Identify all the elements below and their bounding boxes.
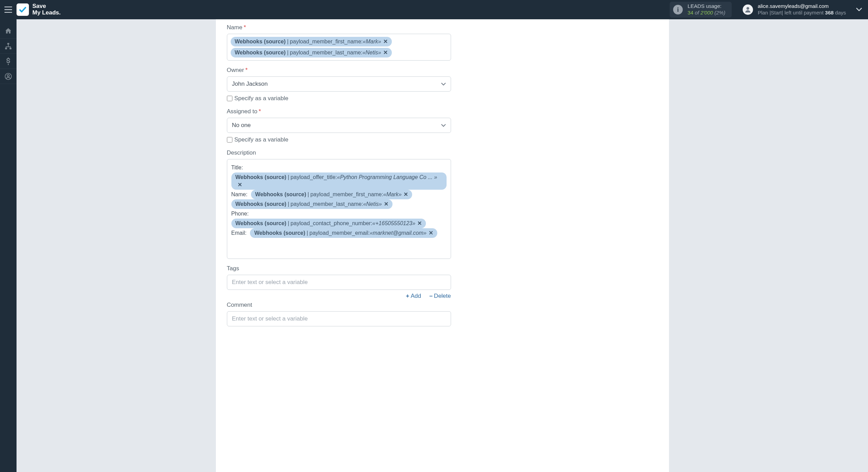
chevron-down-icon: [441, 81, 446, 87]
assigned-variable-label: Specify as a variable: [234, 136, 289, 143]
assigned-variable-toggle[interactable]: Specify as a variable: [227, 136, 430, 143]
description-line: Name: Webhooks (source) | payload_member…: [231, 190, 447, 209]
owner-variable-label: Specify as a variable: [234, 95, 289, 102]
assigned-variable-checkbox[interactable]: [227, 137, 232, 143]
chip-remove-icon[interactable]: ✕: [384, 200, 388, 208]
variable-chip[interactable]: Webhooks (source) | payload_contact_phon…: [231, 219, 426, 228]
tags-delete-link[interactable]: –Delete: [429, 293, 451, 300]
brand-line1: Save: [32, 3, 46, 9]
usage-box[interactable]: i LEADS usage: 34 of 2'000 (2%): [670, 2, 732, 18]
tags-actions: +Add –Delete: [227, 293, 451, 300]
assigned-select[interactable]: No one: [227, 118, 451, 133]
svg-rect-3: [10, 48, 11, 49]
owner-select[interactable]: John Jackson: [227, 76, 451, 92]
usage-total: 2'000: [701, 10, 713, 15]
description-line: Phone: Webhooks (source) | payload_conta…: [231, 209, 447, 228]
description-line: Title: Webhooks (source) | payload_offer…: [231, 163, 447, 190]
comment-input-wrap[interactable]: [227, 311, 451, 326]
plus-icon: +: [406, 293, 409, 300]
usage-title: LEADS usage:: [688, 3, 725, 10]
topbar: Save My Leads. i LEADS usage: 34 of 2'00…: [0, 0, 868, 19]
variable-chip[interactable]: Webhooks (source) | payload_member_last_…: [231, 48, 392, 57]
description-input[interactable]: Title: Webhooks (source) | payload_offer…: [227, 159, 451, 259]
owner-value: John Jackson: [232, 81, 268, 87]
variable-chip[interactable]: Webhooks (source) | payload_member_email…: [250, 228, 437, 238]
tags-add-link[interactable]: +Add: [406, 293, 421, 300]
hamburger-menu[interactable]: [0, 0, 17, 19]
field-description: Description Title: Webhooks (source) | p…: [227, 149, 430, 259]
chip-remove-icon[interactable]: ✕: [404, 191, 408, 198]
svg-rect-2: [5, 48, 7, 49]
usage-pct: (2%): [714, 10, 725, 15]
account-block[interactable]: alice.savemyleads@gmail.com Plan |Start|…: [743, 3, 846, 16]
chevron-down-icon: [856, 8, 862, 12]
description-line-prefix: Email:: [231, 230, 247, 236]
description-line-prefix: Phone:: [231, 211, 249, 217]
label-owner: Owner*: [227, 67, 430, 74]
dollar-icon: [6, 57, 11, 65]
form-sheet: Name* Webhooks (source) | payload_member…: [216, 19, 669, 472]
variable-chip[interactable]: Webhooks (source) | payload_member_last_…: [231, 199, 393, 209]
tags-input-wrap[interactable]: [227, 275, 451, 290]
required-icon: *: [259, 108, 261, 115]
variable-chip[interactable]: Webhooks (source) | payload_member_first…: [251, 190, 412, 199]
description-line-prefix: Name:: [231, 191, 248, 197]
field-name: Name* Webhooks (source) | payload_member…: [227, 24, 430, 61]
chevron-down-icon: [441, 122, 446, 129]
account-plan: Plan |Start| left until payment 368 days: [758, 10, 846, 16]
nav-billing[interactable]: [0, 54, 17, 69]
sitemap-icon: [4, 42, 12, 50]
field-assigned: Assigned to* No one Specify as a variabl…: [227, 108, 430, 143]
label-name: Name*: [227, 24, 430, 31]
label-tags: Tags: [227, 265, 430, 272]
chip-remove-icon[interactable]: ✕: [383, 38, 388, 45]
hamburger-icon: [4, 7, 12, 13]
usage-used: 34: [688, 10, 693, 15]
nav-home[interactable]: [0, 23, 17, 39]
owner-variable-toggle[interactable]: Specify as a variable: [227, 95, 430, 102]
home-icon: [4, 27, 12, 35]
tags-input[interactable]: [232, 279, 446, 286]
required-icon: *: [244, 24, 246, 31]
svg-rect-1: [7, 43, 9, 44]
description-line: Email: Webhooks (source) | payload_membe…: [231, 228, 447, 238]
label-comment: Comment: [227, 302, 430, 308]
variable-chip[interactable]: Webhooks (source) | payload_member_first…: [231, 37, 392, 46]
nav-account[interactable]: [0, 69, 17, 84]
brand-text: Save My Leads.: [32, 3, 61, 16]
field-owner: Owner* John Jackson Specify as a variabl…: [227, 67, 430, 102]
chip-remove-icon[interactable]: ✕: [383, 49, 388, 56]
user-icon: [4, 73, 12, 80]
account-lines: alice.savemyleads@gmail.com Plan |Start|…: [758, 3, 846, 16]
label-description: Description: [227, 149, 430, 156]
chip-remove-icon[interactable]: ✕: [417, 220, 422, 227]
nav-connections[interactable]: [0, 39, 17, 54]
logo-icon: [17, 3, 29, 16]
left-rail: [0, 19, 17, 472]
required-icon: *: [245, 67, 248, 73]
owner-variable-checkbox[interactable]: [227, 96, 232, 101]
name-input[interactable]: Webhooks (source) | payload_member_first…: [227, 34, 451, 61]
canvas: Name* Webhooks (source) | payload_member…: [17, 19, 868, 472]
chip-remove-icon[interactable]: ✕: [238, 181, 242, 189]
field-comment: Comment: [227, 302, 430, 326]
brand-line2: My Leads.: [32, 9, 61, 16]
svg-point-5: [7, 74, 9, 76]
brand[interactable]: Save My Leads.: [17, 3, 61, 16]
description-line-prefix: Title:: [231, 165, 243, 170]
avatar-icon: [743, 4, 753, 15]
minus-icon: –: [429, 293, 432, 300]
field-tags: Tags +Add –Delete: [227, 265, 430, 300]
variable-chip[interactable]: Webhooks (source) | payload_offer_title:…: [231, 172, 447, 190]
chip-remove-icon[interactable]: ✕: [429, 229, 433, 237]
assigned-value: No one: [232, 122, 251, 129]
usage-text: LEADS usage: 34 of 2'000 (2%): [688, 3, 725, 16]
label-assigned: Assigned to*: [227, 108, 430, 115]
account-email: alice.savemyleads@gmail.com: [758, 3, 846, 10]
usage-of: of: [695, 10, 699, 15]
comment-input[interactable]: [232, 315, 446, 322]
svg-point-0: [746, 7, 749, 10]
account-caret[interactable]: [853, 3, 865, 16]
info-icon: i: [673, 5, 683, 14]
